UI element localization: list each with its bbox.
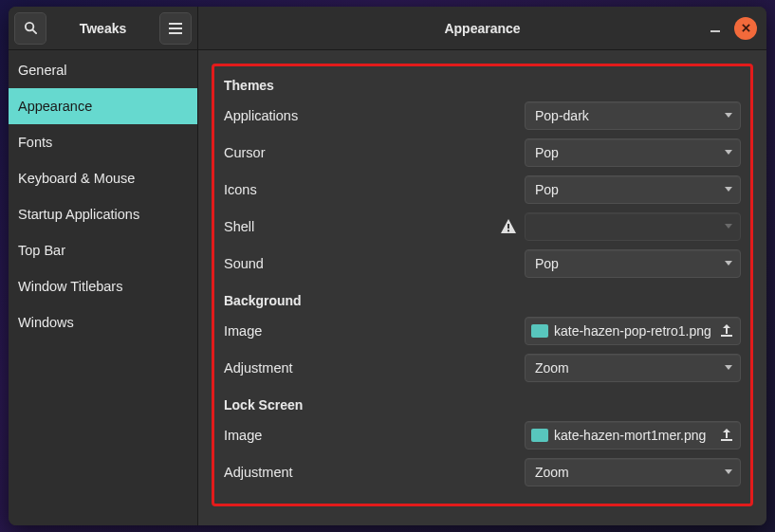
row-label: Sound <box>224 256 525 271</box>
menu-button[interactable] <box>159 12 192 45</box>
row-cursor: Cursor Pop <box>224 134 741 171</box>
headerbar-left: Tweaks <box>9 7 198 49</box>
chevron-down-icon <box>725 224 732 229</box>
row-icons: Icons Pop <box>224 171 741 208</box>
svg-rect-5 <box>710 30 720 32</box>
sidebar-item-windows[interactable]: Windows <box>9 304 197 340</box>
search-button[interactable] <box>14 12 46 45</box>
warning-icon <box>500 218 517 235</box>
sidebar-item-label: Window Titlebars <box>18 279 122 294</box>
sidebar-item-label: Fonts <box>18 135 52 150</box>
chevron-down-icon <box>725 150 732 155</box>
svg-rect-4 <box>169 32 182 34</box>
row-label: Adjustment <box>224 465 525 480</box>
sidebar-item-window-titlebars[interactable]: Window Titlebars <box>9 268 197 304</box>
headerbar-right: Appearance <box>198 7 766 49</box>
combo-value: Pop <box>535 145 719 160</box>
svg-rect-3 <box>169 28 182 29</box>
combo-value: Zoom <box>535 465 719 480</box>
lockscreen-image-button[interactable]: kate-hazen-mort1mer.png <box>525 421 741 449</box>
sidebar-item-label: General <box>18 63 67 78</box>
section-title-background: Background <box>224 293 741 308</box>
cursor-combo[interactable]: Pop <box>525 138 741 167</box>
sidebar-item-startup-applications[interactable]: Startup Applications <box>9 196 197 232</box>
close-icon <box>742 24 750 32</box>
svg-rect-2 <box>169 23 182 25</box>
appearance-panel: Themes Applications Pop-dark Cursor <box>212 64 753 506</box>
hamburger-icon <box>169 23 182 34</box>
shell-combo <box>525 212 741 241</box>
sidebar-item-top-bar[interactable]: Top Bar <box>9 232 197 268</box>
row-lockscreen-adjustment: Adjustment Zoom <box>224 453 741 490</box>
combo-value: Pop <box>535 182 719 197</box>
row-background-adjustment: Adjustment Zoom <box>224 349 741 386</box>
background-image-button[interactable]: kate-hazen-pop-retro1.png <box>525 317 741 345</box>
chevron-down-icon <box>725 261 732 266</box>
sidebar-item-label: Appearance <box>18 99 92 114</box>
row-applications: Applications Pop-dark <box>224 97 741 134</box>
section-title-lockscreen: Lock Screen <box>224 397 741 413</box>
close-button[interactable] <box>734 17 757 40</box>
combo-value: Zoom <box>535 360 719 376</box>
background-adjustment-combo[interactable]: Zoom <box>525 354 741 382</box>
app-title: Tweaks <box>52 21 154 36</box>
row-label: Icons <box>224 182 525 197</box>
minimize-icon <box>710 24 720 33</box>
sidebar-item-fonts[interactable]: Fonts <box>9 124 197 160</box>
sidebar-item-label: Keyboard & Mouse <box>18 171 135 186</box>
section-title-themes: Themes <box>224 78 741 93</box>
svg-marker-16 <box>723 429 730 432</box>
row-lockscreen-image: Image kate-hazen-mort1mer.png <box>224 416 741 453</box>
image-thumbnail-icon <box>531 429 548 442</box>
upload-icon <box>719 323 734 339</box>
chevron-down-icon <box>725 113 732 118</box>
row-label: Shell <box>224 219 500 234</box>
content-pane: Themes Applications Pop-dark Cursor <box>198 50 766 525</box>
sidebar-item-appearance[interactable]: Appearance <box>9 88 197 124</box>
row-sound: Sound Pop <box>224 245 741 282</box>
svg-rect-9 <box>507 224 509 229</box>
chevron-down-icon <box>725 469 732 474</box>
page-title: Appearance <box>198 21 766 36</box>
lockscreen-adjustment-combo[interactable]: Zoom <box>525 458 741 486</box>
svg-rect-11 <box>721 335 732 337</box>
row-label: Image <box>224 428 525 443</box>
sidebar-item-label: Windows <box>18 315 74 330</box>
svg-rect-10 <box>507 229 509 231</box>
row-label: Image <box>224 323 525 339</box>
sidebar: General Appearance Fonts Keyboard & Mous… <box>9 50 198 525</box>
combo-value: Pop-dark <box>535 108 719 123</box>
row-label: Applications <box>224 108 525 123</box>
svg-line-1 <box>32 30 36 34</box>
applications-combo[interactable]: Pop-dark <box>525 101 741 130</box>
file-name: kate-hazen-mort1mer.png <box>554 428 713 443</box>
combo-value: Pop <box>535 256 719 271</box>
chevron-down-icon <box>725 187 732 192</box>
row-label: Adjustment <box>224 360 525 376</box>
sound-combo[interactable]: Pop <box>525 249 741 278</box>
row-shell: Shell <box>224 208 741 245</box>
chevron-down-icon <box>725 365 732 370</box>
image-thumbnail-icon <box>531 324 548 338</box>
svg-rect-14 <box>721 439 732 441</box>
sidebar-item-label: Startup Applications <box>18 207 139 222</box>
search-icon <box>24 21 38 35</box>
upload-icon <box>719 428 734 443</box>
sidebar-item-label: Top Bar <box>18 243 65 258</box>
row-background-image: Image kate-hazen-pop-retro1.png <box>224 312 741 349</box>
sidebar-item-keyboard-mouse[interactable]: Keyboard & Mouse <box>9 160 197 196</box>
headerbar: Tweaks Appearance <box>9 7 766 50</box>
tweaks-window: Tweaks Appearance General Appearance Fon… <box>9 7 766 525</box>
row-label: Cursor <box>224 145 525 160</box>
svg-marker-13 <box>723 324 730 328</box>
minimize-button[interactable] <box>704 17 727 40</box>
sidebar-item-general[interactable]: General <box>9 52 197 88</box>
file-name: kate-hazen-pop-retro1.png <box>554 323 713 339</box>
icons-combo[interactable]: Pop <box>525 175 741 204</box>
